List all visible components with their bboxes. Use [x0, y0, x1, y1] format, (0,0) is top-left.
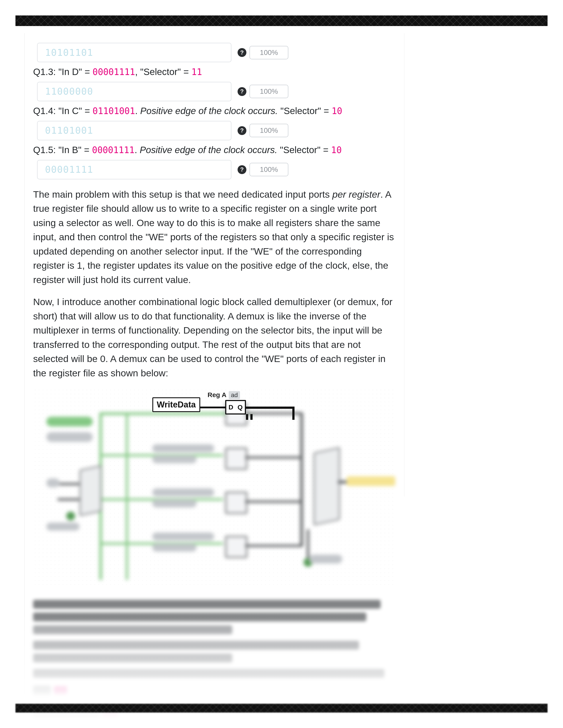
para-text: The main problem with this setup is that…: [33, 189, 332, 200]
help-icon[interactable]: ?: [237, 48, 246, 57]
decorative-top-bar: [15, 15, 548, 26]
score-box: 100%: [249, 163, 289, 176]
answer-input[interactable]: 00001111: [37, 160, 231, 179]
question-1-3: Q1.3: "In D" = 00001111, "Selector" = 11: [33, 65, 395, 79]
answer-row: 01101001 ? 100%: [37, 121, 395, 140]
content-column: 10101101 ? 100% Q1.3: "In D" = 00001111,…: [24, 33, 404, 728]
obscured-paragraph: [33, 669, 395, 699]
page: 10101101 ? 100% Q1.3: "In D" = 00001111,…: [0, 0, 563, 728]
answer-input[interactable]: 01101001: [37, 121, 231, 140]
answer-input[interactable]: 11000000: [37, 82, 231, 101]
q-code: 00001111: [92, 67, 135, 77]
body-paragraph: The main problem with this setup is that…: [33, 187, 395, 287]
score-badge: ? 100%: [237, 85, 289, 98]
figure-label-write-data: WriteData: [152, 397, 200, 412]
score-box: 100%: [249, 124, 289, 137]
dq-q: Q: [237, 403, 242, 411]
column-divider-right: [404, 33, 405, 496]
score-box: 100%: [249, 46, 289, 59]
obscured-paragraph: [33, 600, 395, 634]
question-1-5: Q1.5: "In B" = 00001111. Positive edge o…: [33, 143, 395, 157]
q-code: 10: [331, 145, 342, 155]
q-text: "Selector" =: [278, 106, 332, 116]
figure-dq-box: D Q: [225, 400, 246, 415]
register-file-figure: Reg A ad WriteData D Q: [33, 388, 395, 587]
q-text: Q1.3: "In D" =: [33, 67, 92, 77]
q-text: .: [134, 145, 139, 155]
q-italic: Positive edge of the clock occurs.: [140, 106, 278, 116]
q-text: .: [135, 106, 140, 116]
q-code: 00001111: [92, 145, 135, 155]
answer-row: 11000000 ? 100%: [37, 82, 395, 101]
figure-wire: [292, 407, 295, 420]
chip-text: WriteData: [157, 400, 196, 409]
q-text: Q1.4: "In C" =: [33, 106, 92, 116]
score-badge: ? 100%: [237, 163, 289, 176]
help-icon[interactable]: ?: [237, 165, 246, 174]
q-code: 10: [332, 106, 342, 116]
dq-d: D: [228, 403, 233, 411]
figure-foreground: Reg A ad WriteData D Q: [33, 388, 395, 587]
figure-wire: [246, 407, 295, 409]
answer-value: 01101001: [45, 125, 93, 136]
q-text: , "Selector" =: [135, 67, 191, 77]
score-badge: ? 100%: [237, 46, 289, 59]
answer-row: 10101101 ? 100%: [37, 43, 395, 62]
q-text: Q1.5: "In B" =: [33, 145, 92, 155]
answer-row: 00001111 ? 100%: [37, 160, 395, 179]
figure-wire: [250, 414, 252, 420]
help-icon[interactable]: ?: [237, 87, 246, 96]
q-code: 11: [191, 67, 202, 77]
answer-value: 10101101: [45, 47, 93, 58]
para-text: . A true register file should allow us t…: [33, 189, 394, 285]
q-code: 01101001: [92, 106, 135, 116]
para-text: Now, I introduce another combinational l…: [33, 296, 393, 378]
figure-wire: [200, 407, 225, 408]
answer-input[interactable]: 10101101: [37, 43, 231, 62]
para-italic: per register: [332, 189, 380, 200]
figure-label-reg-a: Reg A: [207, 391, 226, 399]
q-text: "Selector" =: [277, 145, 331, 155]
decorative-bottom-bar: [15, 704, 548, 713]
answer-value: 00001111: [45, 164, 93, 175]
question-1-4: Q1.4: "In C" = 01101001. Positive edge o…: [33, 104, 395, 118]
score-box: 100%: [249, 85, 289, 98]
body-paragraph: Now, I introduce another combinational l…: [33, 295, 395, 380]
obscured-paragraph: [33, 641, 395, 662]
q-italic: Positive edge of the clock occurs.: [140, 145, 277, 155]
help-icon[interactable]: ?: [237, 126, 246, 135]
score-badge: ? 100%: [237, 124, 289, 137]
answer-value: 11000000: [45, 86, 93, 97]
figure-tag-ad: ad: [229, 391, 240, 399]
figure-wire: [246, 414, 248, 420]
